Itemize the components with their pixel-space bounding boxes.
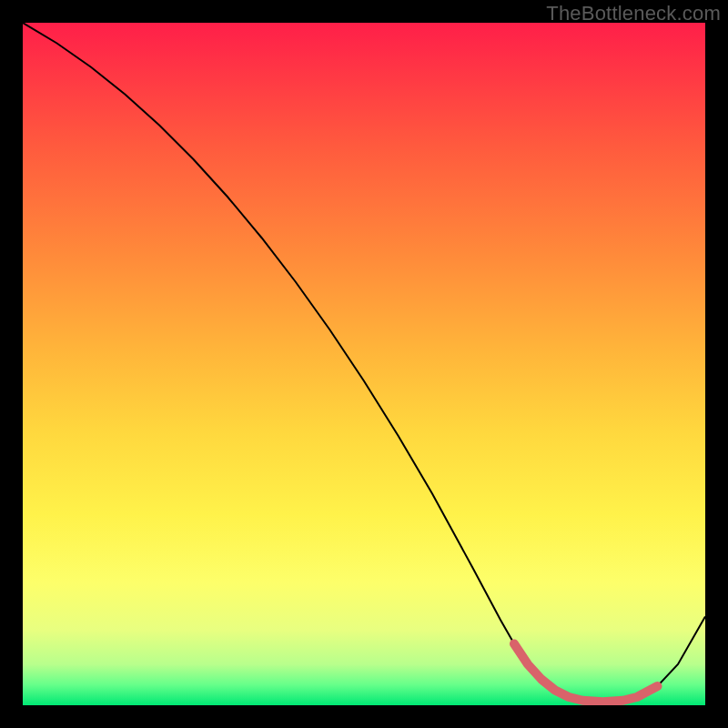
chart-svg <box>23 23 705 705</box>
watermark-text: TheBottleneck.com <box>546 2 721 25</box>
chart-frame: TheBottleneck.com <box>0 0 728 728</box>
bottleneck-curve <box>23 23 705 702</box>
gradient-plot-area <box>23 23 705 705</box>
optimal-range-highlight <box>514 644 658 703</box>
